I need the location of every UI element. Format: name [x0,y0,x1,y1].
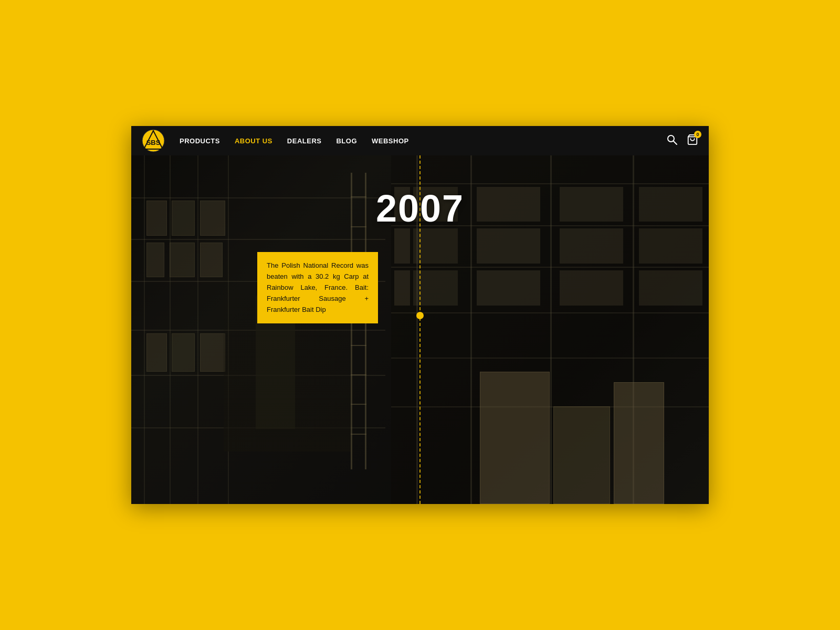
svg-point-3 [668,135,674,142]
nav-blog[interactable]: BLOG [336,137,357,145]
nav-about-us[interactable]: ABOUT US [235,137,272,145]
info-card-text: The Polish National Record was beaten wi… [267,260,369,315]
svg-text:SBS: SBS [146,139,161,146]
info-card: The Polish National Record was beaten wi… [257,252,378,323]
browser-window: SBS PRODUCTS ABOUT US DEALERS BLOG WEBSH… [131,126,709,504]
nav-products[interactable]: PRODUCTS [180,137,220,145]
timeline-dot [416,312,424,319]
nav-icons: 0 [667,134,698,148]
nav-dealers[interactable]: DEALERS [287,137,322,145]
nav-links: PRODUCTS ABOUT US DEALERS BLOG WEBSHOP [180,137,667,145]
hero-section: 2007 The Polish National Record was beat… [131,155,709,504]
navbar: SBS PRODUCTS ABOUT US DEALERS BLOG WEBSH… [131,126,709,155]
cart-icon[interactable]: 0 [687,134,698,148]
search-icon[interactable] [667,134,677,148]
cart-badge: 0 [694,131,701,138]
nav-webshop[interactable]: WEBSHOP [372,137,409,145]
logo[interactable]: SBS [142,129,165,152]
svg-line-4 [674,141,677,144]
year-heading: 2007 [376,187,464,230]
